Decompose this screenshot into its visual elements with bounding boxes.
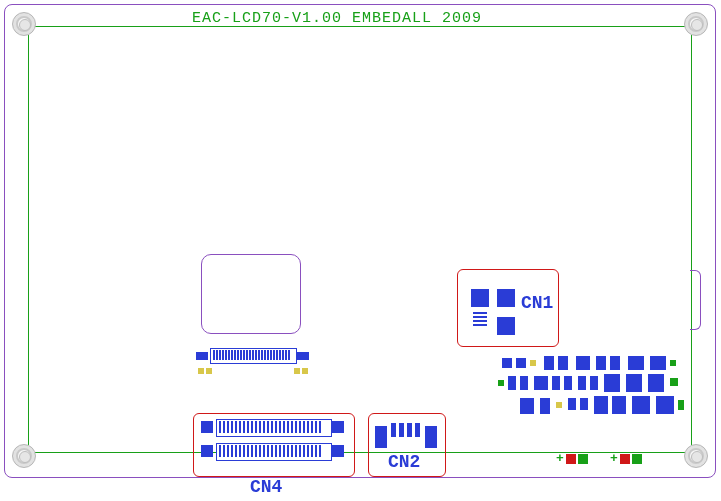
side-bracket [690, 270, 701, 330]
cn1-pad [471, 289, 489, 307]
pad-small [302, 368, 308, 374]
cn4-end-pad [332, 421, 344, 433]
ffc-pins-top [213, 350, 293, 360]
cn2-label: CN2 [388, 452, 420, 472]
mounting-hole-icon [684, 444, 708, 468]
board-title: EAC-LCD70-V1.00 EMBEDALL 2009 [192, 10, 482, 27]
cn4-end-pad [332, 445, 344, 457]
cn1-trace [473, 320, 487, 322]
cn4-end-pad [201, 445, 213, 457]
plus-icon: + [556, 451, 564, 466]
ic-outline [201, 254, 301, 334]
mounting-hole-icon [12, 12, 36, 36]
cap-pad-green [632, 454, 642, 464]
mounting-hole-icon [684, 12, 708, 36]
pcb-diagram: EAC-LCD70-V1.00 EMBEDALL 2009 /*noop*/ [0, 0, 721, 501]
pad-small [206, 368, 212, 374]
cn1-trace [473, 324, 487, 326]
plus-icon: + [610, 451, 618, 466]
cn2-end-pad [425, 426, 437, 448]
cn1-pad [497, 317, 515, 335]
cn1-pad [497, 289, 515, 307]
cn1-trace [473, 316, 487, 318]
cn4-label: CN4 [250, 477, 282, 497]
cn4-pins-row2 [219, 445, 327, 457]
pad-small [198, 368, 204, 374]
cn2-end-pad [375, 426, 387, 448]
cn4-end-pad [201, 421, 213, 433]
cn1-label: CN1 [521, 293, 553, 313]
cap-pad-red [566, 454, 576, 464]
mounting-hole-icon [12, 444, 36, 468]
cn1-trace [473, 312, 487, 314]
pad-small [294, 368, 300, 374]
cn4-pins-row1 [219, 421, 327, 433]
cap-pad-red [620, 454, 630, 464]
cap-pad-green [578, 454, 588, 464]
